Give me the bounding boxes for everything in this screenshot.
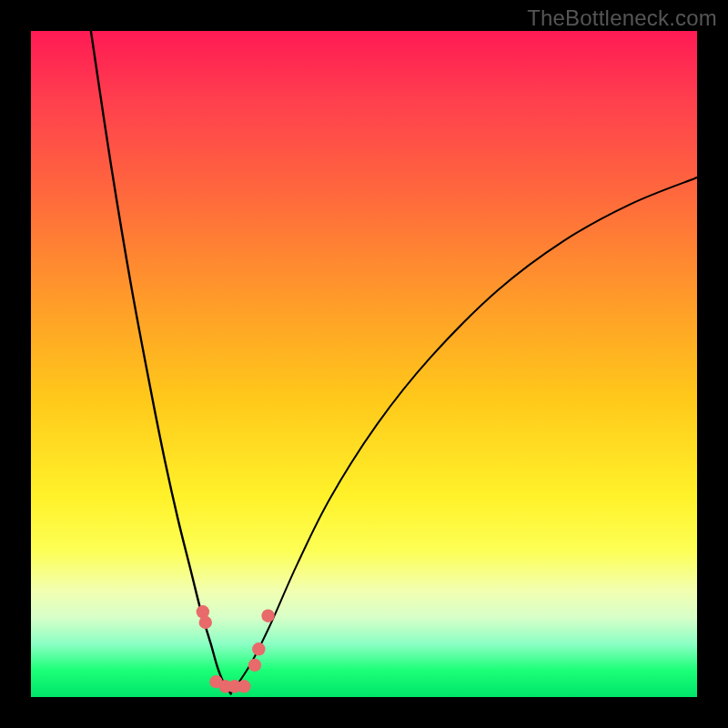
plot-area [31,31,697,697]
marker-dot [238,680,250,693]
marker-layer [31,31,697,697]
marker-dot [199,616,212,629]
marker-dot [248,659,261,672]
marker-dot [252,642,265,655]
marker-dot [261,610,274,622]
watermark-text: TheBottleneck.com [527,5,717,31]
chart-frame: TheBottleneck.com [0,0,728,728]
